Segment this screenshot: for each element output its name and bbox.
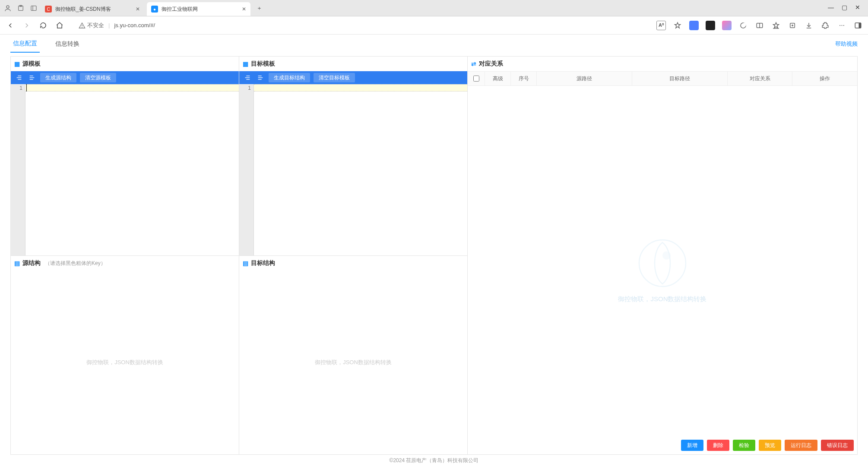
indent-left-icon[interactable] [243,73,252,82]
maximize-button[interactable]: ▢ [842,4,847,11]
downloads-icon[interactable] [804,21,814,30]
favorite-icon[interactable] [673,21,682,30]
svg-rect-17 [859,23,861,28]
indent-left-icon[interactable] [14,73,24,82]
refresh-button[interactable] [38,20,48,31]
select-all-checkbox[interactable] [473,76,479,82]
svg-rect-5 [82,25,82,26]
col-dst: 目标路径 [632,72,728,85]
svg-point-8 [742,23,746,27]
mapping-icon: ⇄ [471,60,476,67]
runlog-button[interactable]: 运行日志 [785,440,817,451]
target-code-editor[interactable]: 1 [239,84,467,255]
check-button[interactable]: 检验 [733,440,755,451]
indent-right-icon[interactable] [27,73,37,82]
workspace-icon[interactable] [16,4,25,13]
svg-rect-3 [31,6,36,11]
clear-source-template-button[interactable]: 清空源模板 [80,73,116,82]
mapping-action-bar: 新增 删除 检验 预览 运行日志 错误日志 [681,440,854,451]
read-aloud-icon[interactable]: A⁰ [656,21,666,30]
preview-button[interactable]: 预览 [759,440,781,451]
svg-point-0 [6,6,9,8]
mapping-table-header: 高级 序号 源路径 目标路径 对应关系 操作 [468,71,857,86]
favicon: ● [151,6,158,13]
col-index: 序号 [511,72,537,85]
new-tab-button[interactable]: ＋ [253,2,265,14]
col-rel: 对应关系 [728,72,792,85]
side-panel-icon[interactable] [853,21,863,30]
ext-pink-icon[interactable] [722,21,732,30]
page-footer: ©2024 荏原电产（青岛）科技有限公司 [0,455,868,466]
tab-title: 御控物联_姜-CSDN博客 [55,6,111,13]
tab-title: 御控工业物联网 [162,6,198,13]
col-op: 操作 [792,72,857,85]
browser-tab-0[interactable]: C 御控物联_姜-CSDN博客 ✕ [41,2,144,16]
close-icon[interactable]: ✕ [136,6,140,12]
forward-button[interactable] [22,20,32,31]
home-button[interactable] [54,20,65,31]
source-code-editor[interactable]: 1 [11,84,239,255]
errlog-button[interactable]: 错误日志 [821,440,854,451]
insecure-warning-icon: 不安全 [79,22,104,29]
source-struct-header: ▤ 源结构 （请选择黑色粗体的Key） [11,256,239,271]
struct-icon: ▤ [243,260,248,267]
source-gutter: 1 [11,84,25,255]
mapping-header: ⇄ 对应关系 [468,57,857,71]
help-video-link[interactable]: 帮助视频 [835,40,858,48]
template-icon: ▦ [14,60,20,67]
close-icon[interactable]: ✕ [242,6,246,12]
browser-titlebar: C 御控物联_姜-CSDN博客 ✕ ● 御控工业物联网 ✕ ＋ — ▢ ✕ [0,0,868,16]
source-editor-toolbar: 生成源结构 清空源模板 [11,71,239,84]
col-premium: 高级 [485,72,511,85]
extensions-icon[interactable] [820,21,830,30]
svg-point-30 [639,240,686,287]
target-gutter: 1 [239,84,254,255]
profile-icon[interactable] [3,4,12,13]
more-icon[interactable]: ⋯ [837,21,846,30]
favorites-bar-icon[interactable] [771,21,781,30]
target-struct-header: ▤ 目标结构 [239,256,467,271]
ext-crescent-icon[interactable] [738,21,748,30]
target-editor-toolbar: 生成目标结构 清空目标模板 [239,71,467,84]
template-icon: ▦ [243,60,248,67]
target-struct-watermark: 御控物联，JSON数据结构转换 [239,271,467,454]
struct-icon: ▤ [14,260,20,267]
favicon: C [45,6,52,13]
col-src: 源路径 [537,72,632,85]
close-window-button[interactable]: ✕ [855,4,860,11]
mapping-watermark: 御控物联，JSON数据结构转换 [468,86,857,454]
browser-tab-1[interactable]: ● 御控工业物联网 ✕ [147,2,250,16]
sidebar-icon[interactable] [29,4,38,13]
source-template-header: ▦ 源模板 [11,57,239,71]
tab-info-convert[interactable]: 信息转换 [53,36,82,52]
page-tabs: 信息配置 信息转换 帮助视频 [0,35,868,54]
split-screen-icon[interactable] [755,21,764,30]
gen-source-struct-button[interactable]: 生成源结构 [40,73,76,82]
back-button[interactable] [5,20,16,31]
collections-icon[interactable] [788,21,797,30]
url-field[interactable]: 不安全 | js.yu-con.com/#/ [75,20,158,31]
delete-button[interactable]: 删除 [707,440,729,451]
url-text: js.yu-con.com/#/ [114,22,155,28]
ext-dark-icon[interactable] [706,21,715,30]
clear-target-template-button[interactable]: 清空目标模板 [314,73,355,82]
minimize-button[interactable]: — [828,4,834,11]
indent-right-icon[interactable] [256,73,265,82]
add-button[interactable]: 新增 [681,440,703,451]
address-bar: 不安全 | js.yu-con.com/#/ A⁰ [0,16,868,35]
tab-info-config[interactable]: 信息配置 [10,35,40,53]
gen-target-struct-button[interactable]: 生成目标结构 [269,73,310,82]
svg-rect-6 [82,27,82,27]
svg-point-31 [662,251,671,259]
source-struct-watermark: 御控物联，JSON数据结构转换 [11,271,239,454]
target-template-header: ▦ 目标模板 [239,57,467,71]
ext-blue-icon[interactable] [689,21,699,30]
